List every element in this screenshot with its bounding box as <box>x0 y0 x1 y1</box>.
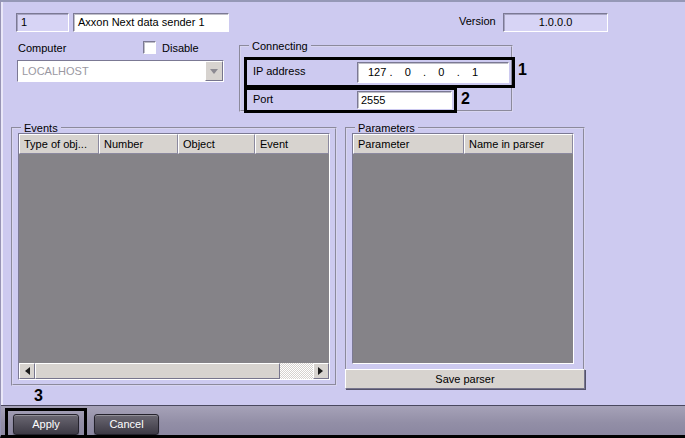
parameters-col-parameter[interactable]: Parameter <box>353 134 464 154</box>
computer-dropdown-value: LOCALHOST <box>18 61 205 81</box>
parameters-col-name-in-parser[interactable]: Name in parser <box>464 134 573 154</box>
scroll-left-button[interactable] <box>19 363 35 379</box>
scroll-right-arrow-icon <box>318 367 327 375</box>
id-field[interactable]: 1 <box>16 13 69 32</box>
save-parser-button[interactable]: Save parser <box>345 369 585 389</box>
version-value: 1.0.0.0 <box>539 16 573 28</box>
version-label: Version <box>459 15 496 27</box>
disable-checkbox[interactable] <box>143 41 156 54</box>
callout-box-3: Apply <box>5 408 87 438</box>
scrollbar-track[interactable] <box>280 363 313 379</box>
parameters-list-body[interactable] <box>353 154 573 363</box>
connecting-group-title: Connecting <box>249 39 311 53</box>
chevron-down-icon <box>210 69 218 78</box>
version-field: 1.0.0.0 <box>503 13 608 32</box>
events-col-type-of-object[interactable]: Type of obj... <box>19 134 99 154</box>
id-value: 1 <box>21 16 27 28</box>
parameters-table-header: Parameter Name in parser <box>353 134 573 154</box>
port-field[interactable]: 2555 <box>357 91 452 109</box>
computer-dropdown[interactable]: LOCALHOST <box>17 60 224 82</box>
callout-number-3: 3 <box>34 387 43 405</box>
cancel-button[interactable]: Cancel <box>94 414 159 435</box>
events-table[interactable]: Type of obj... Number Object Event <box>18 133 330 380</box>
scroll-right-button[interactable] <box>313 363 329 379</box>
axxon-data-sender-panel: 1 Axxon Next data sender 1 Computer Disa… <box>0 0 685 438</box>
ip-address-label: IP address <box>253 65 305 77</box>
parameters-table[interactable]: Parameter Name in parser <box>352 133 574 364</box>
events-table-header: Type of obj... Number Object Event <box>19 134 329 154</box>
ip-address-value: 127 . 0 . 0 . 1 <box>358 66 478 78</box>
ip-address-field[interactable]: 127 . 0 . 0 . 1 <box>357 62 509 83</box>
scrollbar-thumb[interactable] <box>35 363 280 379</box>
disable-label: Disable <box>162 42 199 54</box>
callout-box-1: IP address 127 . 0 . 0 . 1 <box>244 57 515 88</box>
name-value: Axxon Next data sender 1 <box>78 16 205 28</box>
callout-number-1: 1 <box>518 61 527 79</box>
events-horizontal-scrollbar[interactable] <box>19 363 329 379</box>
port-label: Port <box>253 93 273 105</box>
computer-label: Computer <box>18 42 66 54</box>
scroll-left-arrow-icon <box>21 367 30 375</box>
events-col-event[interactable]: Event <box>255 134 329 154</box>
dropdown-button[interactable] <box>205 61 223 81</box>
apply-button[interactable]: Apply <box>13 414 79 435</box>
events-list-body[interactable] <box>19 154 329 363</box>
events-col-object[interactable]: Object <box>178 134 255 154</box>
name-field[interactable]: Axxon Next data sender 1 <box>73 13 229 32</box>
callout-number-2: 2 <box>461 90 470 108</box>
port-value: 2555 <box>361 94 385 106</box>
callout-box-2: Port 2555 <box>244 87 457 113</box>
events-col-number[interactable]: Number <box>99 134 178 154</box>
